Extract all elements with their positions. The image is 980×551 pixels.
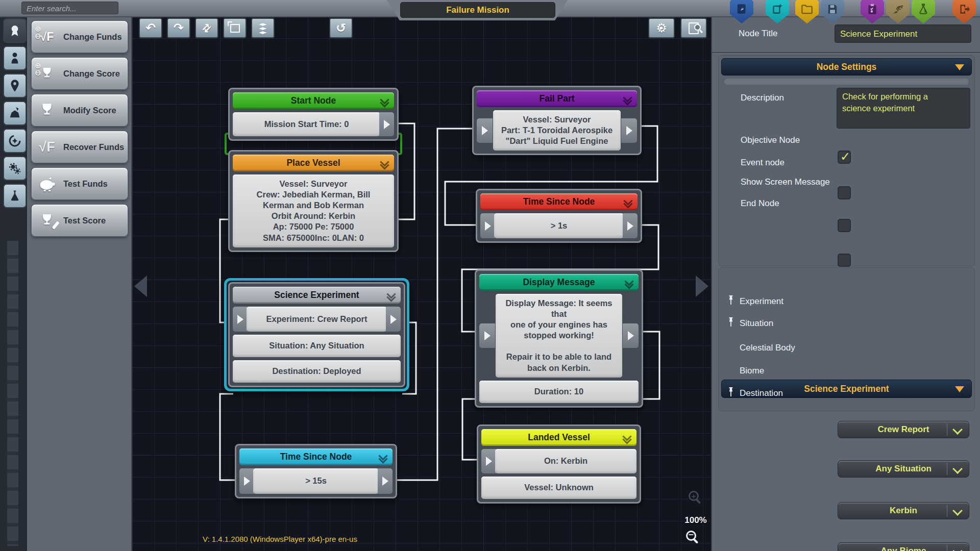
palette-item-modify-score[interactable]: Modify Score: [31, 94, 128, 127]
output-connector[interactable]: [623, 323, 639, 348]
collapse-chevron-icon[interactable]: [381, 96, 388, 106]
mission-title[interactable]: Failure Mission: [400, 2, 555, 18]
event-node-checkbox[interactable]: [838, 186, 851, 199]
output-connector[interactable]: [386, 307, 401, 332]
node-row[interactable]: Vessel: Unknown: [481, 477, 636, 499]
collapse-chevron-icon[interactable]: [388, 291, 395, 300]
sidebar-tab-experiments[interactable]: [3, 184, 27, 208]
node-time-since-15s[interactable]: Time Since Node > 15s: [235, 444, 397, 498]
input-connector[interactable]: [480, 213, 495, 238]
palette-item-test-funds[interactable]: Test Funds: [31, 167, 128, 200]
node-graph-canvas[interactable]: Start Node Mission Start Time: 0 Place V…: [132, 16, 711, 551]
collapse-right-panel-arrow[interactable]: [696, 276, 708, 297]
palette-item-test-score[interactable]: Test Score: [31, 204, 128, 237]
collapse-chevron-icon[interactable]: [624, 433, 630, 443]
node-fail-part[interactable]: Fail Part Vessel: Surveyor Part: T-1 Tor…: [472, 86, 642, 155]
node-row[interactable]: On: Kerbin: [481, 449, 636, 473]
input-connector[interactable]: [477, 118, 493, 143]
pin-icon[interactable]: [727, 295, 734, 305]
layers-button[interactable]: ◆◆◆: [251, 18, 275, 38]
auto-arrange-button[interactable]: ⇄: [195, 18, 218, 38]
sidebar-tab-awards[interactable]: [3, 18, 27, 43]
funds-plus-minus-icon: ⊕⊖√F: [35, 24, 59, 49]
preview-button[interactable]: [680, 18, 707, 38]
node-header[interactable]: Display Message: [479, 274, 639, 291]
end-node-checkbox[interactable]: [838, 254, 851, 267]
search-input[interactable]: Enter search...: [21, 2, 118, 14]
row-value[interactable]: Destination: Deployed: [233, 360, 401, 383]
palette-item-recover-funds[interactable]: √F Recover Funds: [31, 131, 128, 163]
node-body[interactable]: Display Message: It seems that one of yo…: [479, 294, 639, 378]
experiment-dropdown[interactable]: Crew Report: [838, 421, 969, 438]
description-textarea[interactable]: Check for performing a science experimen…: [837, 88, 970, 129]
input-connector[interactable]: [479, 323, 495, 348]
collapse-chevron-icon[interactable]: [381, 159, 388, 168]
rail-scroll-track[interactable]: [6, 240, 19, 547]
node-place-vessel[interactable]: Place Vessel Vessel: Surveyor Crew: Jebe…: [228, 150, 399, 252]
node-header[interactable]: Start Node: [233, 92, 394, 109]
node-row[interactable]: Experiment: Crew Report: [233, 307, 401, 332]
node-header[interactable]: Fail Part: [477, 90, 637, 107]
collapse-chevron-icon[interactable]: [626, 278, 632, 288]
input-connector[interactable]: [481, 449, 496, 473]
row-value[interactable]: Duration: 10: [479, 381, 639, 403]
reset-view-button[interactable]: ↺: [329, 18, 353, 38]
frame-view-button[interactable]: [223, 18, 247, 38]
sidebar-tab-kerbals[interactable]: [3, 46, 27, 70]
redo-button[interactable]: ↷: [167, 18, 190, 38]
palette-item-change-score[interactable]: ⊕⊖ Change Score: [31, 57, 128, 90]
row-value[interactable]: > 1s: [494, 213, 624, 238]
node-settings-header[interactable]: Node Settings: [721, 58, 972, 76]
node-row[interactable]: Destination: Deployed: [233, 360, 401, 383]
pin-icon[interactable]: [727, 317, 734, 327]
node-header[interactable]: Landed Vessel: [481, 429, 636, 446]
node-header[interactable]: Place Vessel: [233, 155, 394, 171]
input-connector[interactable]: [239, 468, 254, 494]
palette-item-change-funds[interactable]: ⊕⊖√F Change Funds: [31, 20, 128, 53]
show-screen-message-checkbox[interactable]: [838, 219, 851, 232]
wire[interactable]: [220, 394, 236, 480]
node-body[interactable]: Vessel: Surveyor Part: T-1 Toroidal Aero…: [477, 110, 637, 151]
row-value[interactable]: Mission Start Time: 0: [233, 112, 380, 136]
sidebar-tab-orbits[interactable]: [3, 129, 27, 153]
output-connector[interactable]: [623, 213, 638, 238]
node-row[interactable]: Duration: 10: [479, 381, 639, 403]
collapse-chevron-icon[interactable]: [624, 94, 631, 104]
objective-node-checkbox[interactable]: [838, 151, 851, 164]
node-row[interactable]: Mission Start Time: 0: [233, 112, 394, 136]
output-connector[interactable]: [621, 118, 637, 143]
node-row[interactable]: Situation: Any Situation: [233, 335, 401, 357]
row-value[interactable]: On: Kerbin: [495, 449, 636, 473]
situation-dropdown[interactable]: Any Situation: [838, 460, 969, 478]
settings-button[interactable]: ⚙▶: [648, 18, 675, 38]
row-value[interactable]: Situation: Any Situation: [233, 335, 401, 357]
node-row[interactable]: > 15s: [239, 468, 393, 494]
node-science-experiment[interactable]: Science Experiment Experiment: Crew Repo…: [228, 282, 405, 387]
undo-button[interactable]: ↶: [139, 18, 162, 38]
node-landed-vessel[interactable]: Landed Vessel On: Kerbin Vessel: Unknown: [477, 424, 641, 504]
sidebar-tab-locations[interactable]: [3, 73, 27, 98]
sidebar-tab-systems[interactable]: [3, 156, 27, 181]
biome-dropdown[interactable]: Any Biome: [838, 542, 969, 551]
node-header[interactable]: Science Experiment: [233, 287, 401, 304]
sidebar-tab-science[interactable]: [3, 101, 27, 126]
row-value[interactable]: Experiment: Crew Report: [247, 307, 387, 332]
node-header[interactable]: Time Since Node: [239, 448, 393, 465]
node-header[interactable]: Time Since Node: [480, 193, 638, 210]
node-start[interactable]: Start Node Mission Start Time: 0: [228, 88, 399, 141]
node-time-since-1s[interactable]: Time Since Node > 1s: [476, 189, 642, 243]
celestial-body-dropdown[interactable]: Kerbin: [838, 502, 969, 519]
collapse-chevron-icon[interactable]: [625, 197, 631, 207]
row-value[interactable]: > 15s: [253, 468, 379, 494]
collapse-left-panel-arrow[interactable]: [134, 276, 147, 297]
collapse-chevron-icon[interactable]: [380, 453, 386, 462]
node-title-input[interactable]: Science Experiment: [835, 24, 971, 43]
row-value[interactable]: Vessel: Unknown: [481, 477, 636, 499]
node-row[interactable]: > 1s: [480, 213, 638, 238]
node-display-message[interactable]: Display Message Display Message: It seem…: [475, 269, 643, 408]
pin-icon[interactable]: [727, 387, 734, 397]
input-connector[interactable]: [233, 307, 248, 332]
output-connector[interactable]: [378, 468, 393, 494]
node-body[interactable]: Vessel: Surveyor Crew: Jebediah Kerman, …: [233, 174, 394, 247]
output-connector[interactable]: [379, 112, 394, 136]
